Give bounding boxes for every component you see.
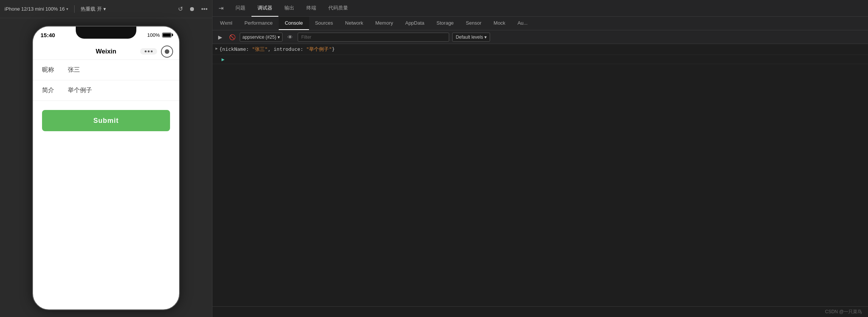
top-nav-terminal[interactable]: 终端 (300, 0, 322, 17)
top-nav-issues[interactable]: 问题 (229, 0, 251, 17)
devtools-panel: ⇥ 问题 调试器 输出 终端 代码质量 Wxml Performance (212, 0, 868, 317)
circle-button[interactable] (161, 46, 173, 58)
tab-mock-label: Mock (493, 20, 505, 26)
service-selector-arrow: ▾ (278, 35, 280, 40)
phone-frame: 15:40 100% Weixin (32, 26, 180, 310)
tab-sources[interactable]: Sources (309, 17, 339, 30)
dot3 (151, 50, 153, 52)
tab-storage-label: Storage (437, 20, 454, 26)
dot1 (145, 50, 147, 52)
submit-button[interactable]: Submit (42, 110, 170, 131)
console-toolbar: ▶ 🚫 appservice (#25) ▾ 👁 Default levels … (212, 30, 868, 44)
device-chevron-icon: ▾ (66, 7, 68, 11)
status-time: 15:40 (41, 32, 55, 38)
eye-icon[interactable]: 👁 (286, 33, 295, 42)
top-nav-debugger[interactable]: 调试器 (251, 0, 278, 17)
submit-container: Submit (33, 101, 179, 140)
bottom-bar: CSDN @一只菜鸟 (212, 306, 868, 317)
tab-console-label: Console (285, 20, 303, 26)
top-nav-output[interactable]: 输出 (278, 0, 300, 17)
tab-wxml[interactable]: Wxml (214, 17, 239, 30)
tab-sources-label: Sources (315, 20, 333, 26)
form-row-nickname: 昵称 张三 (33, 60, 179, 80)
nickname-value: 张三 (68, 66, 80, 74)
tab-appdata-label: AppData (405, 20, 425, 26)
log-text-1: {nickName: "张三", introduce: "举个例子"} (219, 46, 335, 53)
tab-au[interactable]: Au... (511, 17, 534, 30)
dots-button[interactable] (140, 48, 157, 55)
phone-navbar: Weixin (33, 43, 179, 60)
hotreload-chevron-icon: ▾ (103, 6, 106, 12)
simulator-panel: iPhone 12/13 mini 100% 16 ▾ 热重载 开 ▾ ↺ ⏺ … (0, 0, 212, 317)
tab-network[interactable]: Network (339, 17, 369, 30)
tab-wxml-label: Wxml (220, 20, 233, 26)
refresh-icon[interactable]: ↺ (178, 5, 183, 13)
prompt-arrow-icon[interactable]: ▶ (222, 56, 225, 62)
page-title: Weixin (96, 48, 116, 55)
filter-input[interactable] (298, 33, 449, 42)
tab-console[interactable]: Console (279, 17, 309, 30)
tab-storage[interactable]: Storage (431, 17, 460, 30)
tab-sensor[interactable]: Sensor (460, 17, 487, 30)
hotreload-label: 热重载 开 (81, 6, 102, 13)
service-selector-value: appservice (#25) (242, 35, 276, 40)
nickname-label: 昵称 (42, 66, 62, 74)
intro-value: 举个例子 (68, 86, 92, 94)
tab-memory[interactable]: Memory (369, 17, 399, 30)
battery-fill (163, 33, 171, 37)
clear-icon[interactable]: 🚫 (228, 33, 237, 42)
form-content: 昵称 张三 简介 举个例子 Submit (33, 60, 179, 140)
phone-notch (76, 27, 136, 39)
sidebar-toggle-icon[interactable]: ⇥ (219, 5, 223, 12)
tab-performance-label: Performance (245, 20, 273, 26)
execute-icon[interactable]: ▶ (215, 33, 225, 42)
service-selector[interactable]: appservice (#25) ▾ (240, 33, 283, 42)
output-label: 输出 (284, 5, 294, 11)
more-icon[interactable]: ••• (201, 6, 208, 13)
circle-inner (165, 49, 169, 54)
intro-label: 简介 (42, 86, 62, 94)
top-nav-codequality[interactable]: 代码质量 (322, 0, 354, 17)
console-log-line-1: ▶ {nickName: "张三", introduce: "举个例子"} (212, 44, 868, 55)
debugger-label: 调试器 (258, 5, 272, 11)
toolbar-separator (74, 5, 75, 13)
hotreload-toggle[interactable]: 热重载 开 ▾ (81, 6, 106, 13)
devtools-topbar: ⇥ 问题 调试器 输出 终端 代码质量 (212, 0, 868, 17)
toolbar-action-icons: ↺ ⏺ ••• (178, 5, 208, 13)
battery-icon (162, 33, 172, 38)
tab-mock[interactable]: Mock (487, 17, 511, 30)
watermark-text: CSDN @一只菜鸟 (825, 309, 862, 315)
console-log-line-2: ▶ (212, 55, 868, 64)
dot2 (148, 50, 150, 52)
levels-arrow-icon: ▾ (484, 35, 487, 40)
levels-selector[interactable]: Default levels ▾ (452, 33, 490, 42)
tab-sensor-label: Sensor (466, 20, 481, 26)
stop-icon[interactable]: ⏺ (189, 6, 195, 13)
tab-network-label: Network (345, 20, 363, 26)
tab-au-label: Au... (517, 20, 528, 26)
codequality-label: 代码质量 (328, 5, 348, 11)
battery-percent: 100% (147, 32, 160, 38)
nav-actions (140, 46, 173, 58)
tab-memory-label: Memory (375, 20, 393, 26)
issues-label: 问题 (236, 5, 245, 11)
status-right: 100% (147, 32, 172, 38)
levels-selector-value: Default levels (456, 35, 483, 40)
devtools-tabbar: Wxml Performance Console Sources Network… (212, 17, 868, 30)
device-label: iPhone 12/13 mini 100% 16 (5, 6, 65, 12)
phone-container: 15:40 100% Weixin (0, 18, 212, 317)
simulator-toolbar: iPhone 12/13 mini 100% 16 ▾ 热重载 开 ▾ ↺ ⏺ … (0, 0, 212, 18)
device-selector[interactable]: iPhone 12/13 mini 100% 16 ▾ (5, 6, 68, 12)
tab-performance[interactable]: Performance (239, 17, 279, 30)
expand-arrow-icon[interactable]: ▶ (215, 46, 218, 50)
terminal-label: 终端 (306, 5, 316, 11)
tab-appdata[interactable]: AppData (399, 17, 431, 30)
form-row-intro: 简介 举个例子 (33, 80, 179, 101)
top-nav-items: 问题 调试器 输出 终端 代码质量 (229, 0, 354, 17)
console-output: ▶ {nickName: "张三", introduce: "举个例子"} ▶ (212, 44, 868, 306)
